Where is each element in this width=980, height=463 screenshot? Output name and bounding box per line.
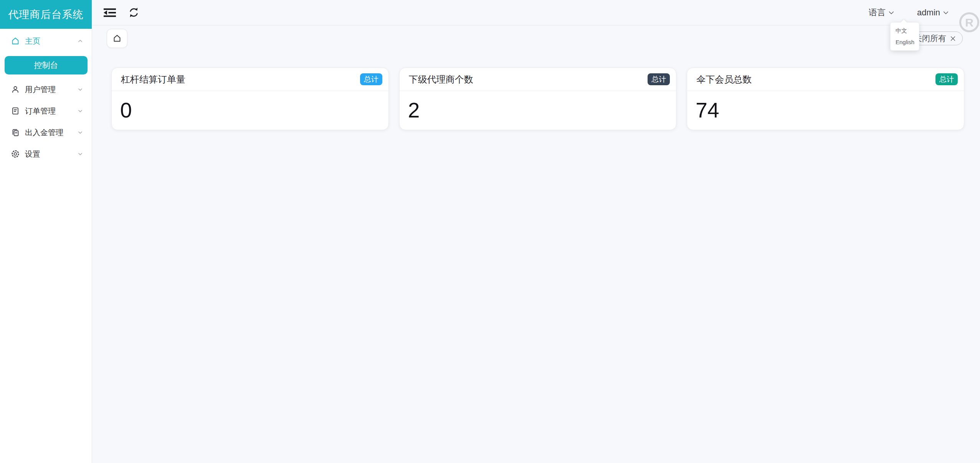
sidebar-item-label: 设置	[25, 149, 77, 159]
app-logo: 代理商后台系统	[0, 0, 92, 29]
refresh-icon	[128, 7, 140, 18]
sidebar-item-label: 订单管理	[25, 106, 77, 116]
sidebar-item-funds[interactable]: 出入金管理	[0, 122, 92, 143]
home-icon	[11, 36, 20, 46]
tab-home[interactable]	[107, 29, 127, 48]
user-icon	[11, 85, 20, 94]
tabbar: 关闭所有	[92, 28, 980, 48]
card-body: 0	[112, 91, 388, 122]
card-body: 2	[400, 91, 676, 122]
order-icon	[11, 106, 20, 116]
chevron-down-icon	[77, 86, 83, 93]
stat-cards: 杠杆结算订单量 总计 0 下级代理商个数 总计 2 伞下会员总数 总计 74	[92, 68, 980, 130]
sidebar: 代理商后台系统 主页 控制台 用户管理	[0, 0, 92, 463]
chevron-down-icon	[77, 108, 83, 114]
chevron-down-icon	[888, 9, 895, 16]
language-dropdown-trigger[interactable]: 语言	[869, 7, 895, 18]
avatar[interactable]: R	[959, 12, 980, 33]
total-badge: 总计	[360, 73, 382, 85]
refresh-button[interactable]	[126, 5, 141, 20]
card-header: 伞下会员总数 总计	[687, 68, 964, 91]
card-title: 伞下会员总数	[696, 73, 752, 86]
chevron-up-icon	[77, 38, 83, 44]
total-badge: 总计	[935, 73, 958, 85]
menu-fold-icon	[103, 7, 116, 19]
chevron-down-icon	[77, 151, 83, 157]
sidebar-item-label: 出入金管理	[25, 127, 77, 138]
collapse-sidebar-button[interactable]	[102, 5, 118, 20]
card-title: 杠杆结算订单量	[121, 73, 185, 86]
card-header: 下级代理商个数 总计	[400, 68, 676, 91]
user-dropdown-trigger[interactable]: admin	[917, 8, 949, 18]
language-option-chinese[interactable]: 中文	[891, 25, 919, 36]
topbar-right: 语言 admin	[869, 7, 949, 18]
sidebar-menu: 主页 控制台 用户管理	[0, 29, 92, 165]
settings-icon	[11, 149, 20, 159]
card-title: 下级代理商个数	[409, 73, 473, 86]
chevron-down-icon	[77, 129, 83, 136]
total-badge: 总计	[648, 73, 670, 85]
stat-card-leverage-orders: 杠杆结算订单量 总计 0	[111, 68, 389, 130]
sidebar-item-home[interactable]: 主页	[0, 30, 92, 52]
sidebar-item-settings[interactable]: 设置	[0, 143, 92, 165]
card-header: 杠杆结算订单量 总计	[112, 68, 388, 91]
avatar-letter: R	[965, 16, 973, 29]
card-value: 74	[696, 99, 955, 122]
sidebar-item-label: 用户管理	[25, 84, 77, 95]
sidebar-item-orders[interactable]: 订单管理	[0, 100, 92, 122]
username: admin	[917, 8, 940, 18]
card-value: 0	[120, 99, 379, 122]
topbar: 语言 admin R	[92, 0, 980, 25]
sidebar-submenu-console[interactable]: 控制台	[5, 56, 88, 74]
card-body: 74	[687, 91, 964, 122]
language-dropdown-menu: 中文 English	[890, 22, 919, 51]
language-label: 语言	[869, 7, 886, 18]
stat-card-sub-agents: 下级代理商个数 总计 2	[399, 68, 677, 130]
main-area: 语言 admin R	[92, 0, 980, 463]
funds-icon	[11, 128, 20, 137]
language-option-english[interactable]: English	[891, 36, 919, 48]
home-icon	[112, 34, 122, 43]
chevron-down-icon	[942, 9, 949, 16]
card-value: 2	[408, 99, 667, 122]
sidebar-item-users[interactable]: 用户管理	[0, 79, 92, 100]
close-icon	[950, 35, 956, 42]
stat-card-total-members: 伞下会员总数 总计 74	[687, 68, 964, 130]
sidebar-item-label: 主页	[25, 36, 77, 46]
